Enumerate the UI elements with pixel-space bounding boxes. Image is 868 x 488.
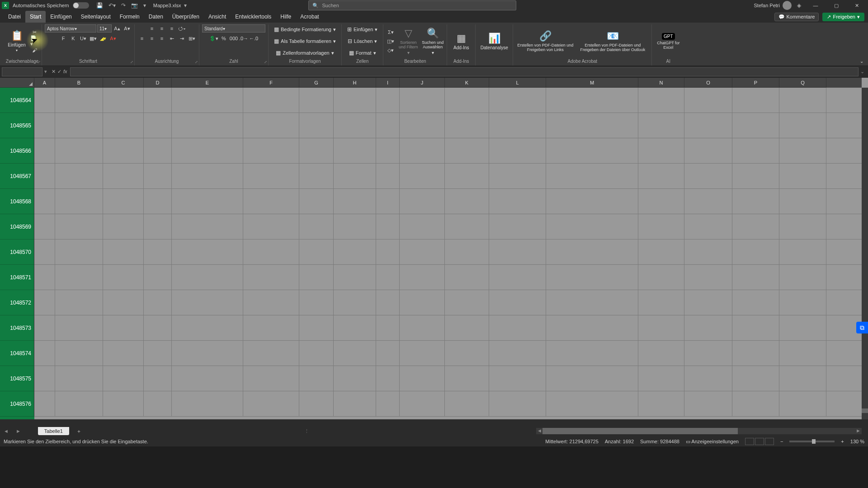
font-color-icon[interactable]: A▾ <box>108 34 118 42</box>
cell[interactable] <box>732 315 779 340</box>
format-cells-button[interactable]: ▦Format ▾ <box>346 48 379 58</box>
cell[interactable] <box>243 265 299 290</box>
cell[interactable] <box>299 88 334 113</box>
name-box[interactable] <box>2 67 42 76</box>
cell[interactable] <box>299 138 334 163</box>
comments-button[interactable]: 💬 Kommentare <box>774 13 819 21</box>
cell[interactable] <box>489 189 546 214</box>
cell[interactable] <box>684 189 732 214</box>
cell[interactable] <box>445 290 489 315</box>
menu-tab-hilfe[interactable]: Hilfe <box>276 11 296 23</box>
menu-tab-einfügen[interactable]: Einfügen <box>46 11 76 23</box>
cell[interactable] <box>34 138 55 163</box>
align-bottom-icon[interactable]: ≡ <box>167 24 176 33</box>
cell[interactable] <box>445 164 489 188</box>
cell[interactable] <box>55 164 103 188</box>
cell[interactable] <box>103 290 144 315</box>
pdf-share-outlook-button[interactable]: 📧 Erstellen von PDF-Dateien und Freigebe… <box>576 26 649 56</box>
cell[interactable] <box>546 189 638 214</box>
dropbox-icon[interactable]: ⧉ <box>856 322 868 333</box>
cell[interactable] <box>684 113 732 138</box>
border-icon[interactable]: ▦▾ <box>89 34 98 42</box>
cell[interactable] <box>546 214 638 239</box>
cell[interactable] <box>732 113 779 138</box>
row-header[interactable]: 1048569 <box>0 214 34 239</box>
insert-cells-button[interactable]: ⊞Einfügen ▾ <box>344 24 380 34</box>
cell[interactable] <box>144 391 172 416</box>
cell[interactable] <box>376 88 400 113</box>
cell[interactable] <box>400 138 445 163</box>
col-header-I[interactable]: I <box>376 78 400 88</box>
cell[interactable] <box>638 239 684 264</box>
cell[interactable] <box>299 315 334 340</box>
cell[interactable] <box>546 315 638 340</box>
cell[interactable] <box>55 113 103 138</box>
cell[interactable] <box>638 341 684 366</box>
cell[interactable] <box>400 315 445 340</box>
font-launcher-icon[interactable]: ⤢ <box>130 60 133 64</box>
username[interactable]: Stefan Petri <box>754 3 780 8</box>
cell[interactable] <box>684 315 732 340</box>
cell[interactable] <box>34 290 55 315</box>
font-name-combo[interactable]: Aptos Narrow ▾ <box>45 24 96 33</box>
view-page-break-icon[interactable] <box>765 438 774 445</box>
autosum-icon[interactable]: Σ▾ <box>386 28 395 36</box>
cell[interactable] <box>103 391 144 416</box>
select-all-corner[interactable] <box>0 78 34 88</box>
increase-decimal-icon[interactable]: .0→ <box>239 34 248 42</box>
cell[interactable] <box>34 214 55 239</box>
cancel-formula-icon[interactable]: ✕ <box>52 69 56 75</box>
menu-tab-formeln[interactable]: Formeln <box>115 11 144 23</box>
cell[interactable] <box>732 265 779 290</box>
number-format-combo[interactable]: Standard ▾ <box>202 24 265 33</box>
cell[interactable] <box>103 341 144 366</box>
align-top-icon[interactable]: ≡ <box>147 24 156 33</box>
cell[interactable] <box>144 341 172 366</box>
row-header[interactable]: 1048576 <box>0 391 34 417</box>
cell[interactable] <box>445 239 489 264</box>
camera-icon[interactable]: 📷 <box>131 2 138 9</box>
cell[interactable] <box>172 138 243 163</box>
cell[interactable] <box>638 88 684 113</box>
cell[interactable] <box>144 239 172 264</box>
minimize-button[interactable]: — <box>807 0 825 11</box>
percent-icon[interactable]: % <box>219 34 228 42</box>
sheet-tab[interactable]: Tabelle1 <box>38 427 69 435</box>
cell[interactable] <box>489 341 546 366</box>
avatar[interactable] <box>783 1 792 10</box>
redo-icon[interactable]: ↷ <box>121 2 126 9</box>
cell[interactable] <box>334 239 376 264</box>
cell[interactable] <box>376 391 400 416</box>
cell[interactable] <box>732 164 779 188</box>
cell[interactable] <box>638 164 684 188</box>
align-center-icon[interactable]: ≡ <box>147 34 156 42</box>
col-header-J[interactable]: J <box>400 78 445 88</box>
cell[interactable] <box>299 164 334 188</box>
underline-button[interactable]: U▾ <box>79 34 88 42</box>
menu-tab-entwicklertools[interactable]: Entwicklertools <box>231 11 276 23</box>
cell[interactable] <box>34 391 55 416</box>
col-header-H[interactable]: H <box>334 78 376 88</box>
cell[interactable] <box>243 214 299 239</box>
cell[interactable] <box>55 239 103 264</box>
increase-font-icon[interactable]: A▴ <box>113 24 122 33</box>
cell[interactable] <box>334 366 376 391</box>
cell[interactable] <box>489 88 546 113</box>
fx-icon[interactable]: fx <box>63 69 67 75</box>
cell[interactable] <box>34 113 55 138</box>
cell[interactable] <box>243 391 299 416</box>
cell[interactable] <box>334 138 376 163</box>
cell[interactable] <box>299 113 334 138</box>
cell[interactable] <box>684 366 732 391</box>
cell[interactable] <box>445 315 489 340</box>
col-header-F[interactable]: F <box>243 78 299 88</box>
cell[interactable] <box>172 290 243 315</box>
cell[interactable] <box>546 265 638 290</box>
cell[interactable] <box>34 239 55 264</box>
sort-filter-button[interactable]: ▽ Sortieren und Filtern▾ <box>397 26 420 56</box>
cell[interactable] <box>400 366 445 391</box>
cell[interactable] <box>779 138 826 163</box>
cell[interactable] <box>34 164 55 188</box>
pdf-share-links-button[interactable]: 🔗 Erstellen von PDF-Dateien und Freigebe… <box>516 26 575 56</box>
row-header[interactable]: 1048571 <box>0 265 34 290</box>
